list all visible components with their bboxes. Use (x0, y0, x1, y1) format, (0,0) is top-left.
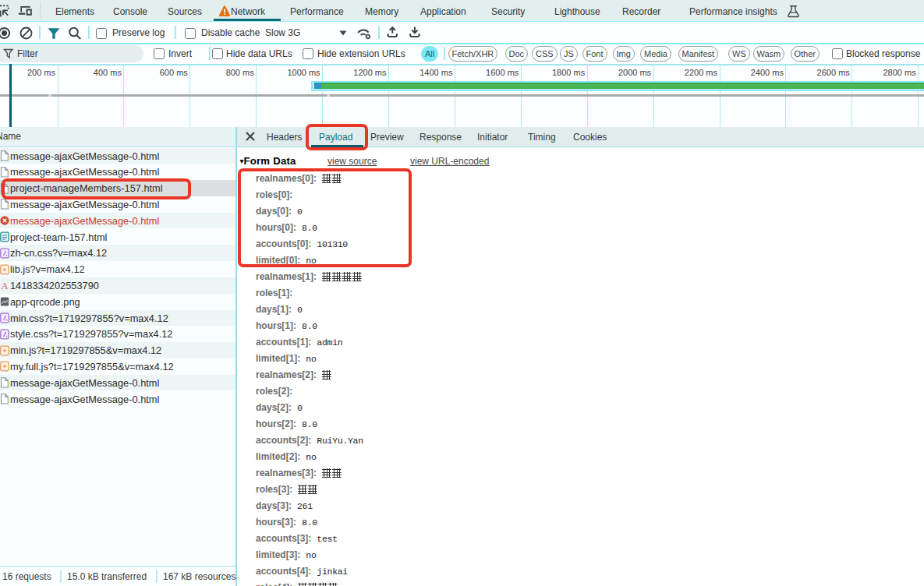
svg-text:A: A (2, 281, 9, 291)
